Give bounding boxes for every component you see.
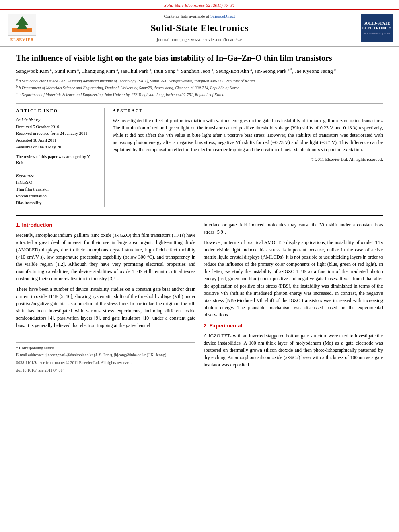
affiliations: a a Semiconductor Device Lab, Samsung Ad… bbox=[16, 78, 383, 99]
footer-section: * Corresponding author. E-mail addresses… bbox=[16, 337, 195, 373]
online-date: Available online 8 May 2011 bbox=[16, 144, 99, 150]
intro-heading: 1. Introduction bbox=[16, 221, 195, 229]
article-history: Article history: Received 5 October 2010… bbox=[16, 117, 99, 150]
doi-line: doi:10.1016/j.sse.2011.04.014 bbox=[16, 367, 195, 373]
contents-text: Contents lists available at bbox=[164, 14, 210, 18]
journal-title: Solid-State Electronics bbox=[44, 21, 355, 35]
journal-center: Contents lists available at ScienceDirec… bbox=[44, 13, 355, 43]
contents-line: Contents lists available at ScienceDirec… bbox=[44, 13, 355, 19]
body-left-column: 1. Introduction Recently, amorphous indi… bbox=[16, 221, 195, 373]
main-content: The influence of visible light on the ga… bbox=[0, 47, 399, 379]
affiliation-b: b b Department of Materials Science and … bbox=[16, 84, 383, 91]
affiliation-c: c c Department of Materials Science and … bbox=[16, 91, 383, 98]
journal-right-logo: SOLID-STATEELECTRONICS an international … bbox=[359, 14, 395, 42]
affiliation-a: a a Semiconductor Device Lab, Samsung Ad… bbox=[16, 78, 383, 84]
abstract-column: ABSTRACT We investigated the effect of p… bbox=[113, 108, 383, 207]
keyword-4: Bias instability bbox=[16, 200, 99, 206]
received-date: Received 5 October 2010 bbox=[16, 124, 99, 130]
elsevier-logo: ELSEVIER bbox=[4, 14, 40, 43]
history-label: Article history: bbox=[16, 117, 99, 123]
authors: Sangwook Kim a, Sunil Kim a, Changjung K… bbox=[16, 67, 383, 75]
body-right-column: interface or gate-field induced molecule… bbox=[204, 221, 383, 373]
footer-divider bbox=[16, 342, 195, 343]
keyword-2: Thin film transistor bbox=[16, 187, 99, 193]
article-info-heading: ARTICLE INFO bbox=[16, 108, 99, 114]
sse-logo-sub: an international journal bbox=[364, 32, 390, 36]
homepage-line: journal homepage: www.elsevier.com/locat… bbox=[44, 37, 355, 43]
citation-text: Solid-State Electronics 62 (2011) 77–81 bbox=[164, 3, 235, 8]
article-info-abstract-section: ARTICLE INFO Article history: Received 5… bbox=[16, 103, 383, 207]
keyword-1: InGaZnO bbox=[16, 180, 99, 186]
revised-date: Received in revised form 24 January 2011 bbox=[16, 131, 99, 137]
body-content: 1. Introduction Recently, amorphous indi… bbox=[16, 215, 383, 373]
right-para2: However, in terms of practical AMOLED di… bbox=[204, 239, 383, 318]
elsevier-logo-image bbox=[8, 14, 36, 36]
sciencedirect-link[interactable]: ScienceDirect bbox=[210, 14, 235, 18]
info-divider bbox=[16, 170, 99, 170]
svg-marker-1 bbox=[16, 16, 28, 29]
article-info-column: ARTICLE INFO Article history: Received 5… bbox=[16, 108, 105, 207]
star-note: * Corresponding author. bbox=[16, 345, 195, 351]
citation-bar: Solid-State Electronics 62 (2011) 77–81 bbox=[0, 0, 399, 9]
accepted-date: Accepted 18 April 2011 bbox=[16, 138, 99, 144]
keywords-section: Keywords: InGaZnO Thin film transistor P… bbox=[16, 173, 99, 206]
article-title: The influence of visible light on the ga… bbox=[16, 53, 383, 63]
keywords-label: Keywords: bbox=[16, 173, 99, 179]
email-line: E-mail addresses: jinseongpark@dankook.a… bbox=[16, 352, 195, 358]
abstract-copyright: © 2011 Elsevier Ltd. All rights reserved… bbox=[113, 156, 383, 162]
sse-logo-title: SOLID-STATEELECTRONICS bbox=[362, 21, 392, 31]
authors-text: Sangwook Kim a, Sunil Kim a, Changjung K… bbox=[16, 68, 336, 74]
abstract-text: We investigated the effect of photon irr… bbox=[113, 117, 383, 153]
keyword-3: Photon irradiation bbox=[16, 193, 99, 199]
exp-para1: A-IGZO TFTs with an inverted staggered b… bbox=[204, 332, 383, 368]
issn-line: 0038-1101/$ - see front matter © 2011 El… bbox=[16, 359, 195, 366]
abstract-heading: ABSTRACT bbox=[113, 108, 383, 114]
journal-header: ELSEVIER Contents lists available at Sci… bbox=[0, 9, 399, 46]
experimental-heading: 2. Experimental bbox=[204, 322, 383, 330]
elsevier-brand-text: ELSEVIER bbox=[10, 37, 34, 43]
intro-para2: There have been a number of device insta… bbox=[16, 286, 195, 329]
review-note: The review of this paper was arranged by… bbox=[16, 154, 99, 166]
right-para1: interface or gate-field induced molecule… bbox=[204, 221, 383, 236]
corresponding-note: * Corresponding author. E-mail addresses… bbox=[16, 345, 195, 358]
sse-logo-box: SOLID-STATEELECTRONICS an international … bbox=[361, 14, 393, 42]
intro-para1: Recently, amorphous indium–gallium–zinc … bbox=[16, 232, 195, 282]
